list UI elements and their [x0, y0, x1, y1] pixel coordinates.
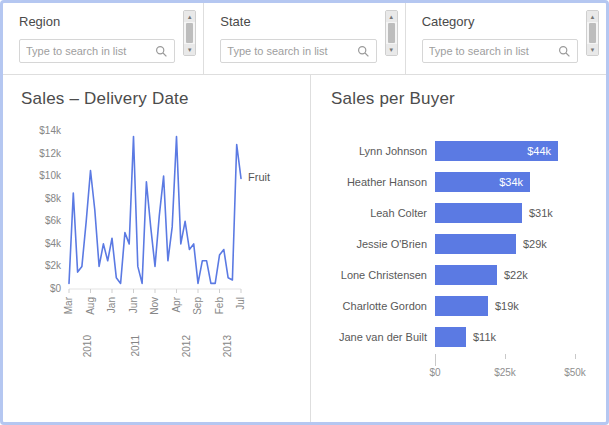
filter-search-input[interactable]: [227, 45, 356, 57]
bar-chart[interactable]: Lynn Johnson$44kHeather Hanson$34kLeah C…: [331, 135, 606, 352]
filter-search: [220, 39, 376, 63]
scroll-down-icon[interactable]: ▼: [587, 44, 598, 55]
bar-value-label: $31k: [529, 207, 553, 219]
bar-track: $22k: [435, 265, 606, 285]
filter-scrollbar[interactable]: ▲ ▼: [183, 10, 196, 56]
x-axis-month-label: Aug: [85, 297, 96, 315]
filter-title: Region: [19, 14, 189, 29]
x-axis-month-label: Sep: [192, 297, 203, 315]
bar-row: Jessie O'Brien$29k: [331, 228, 606, 259]
bar-row: Lone Christensen$22k: [331, 259, 606, 290]
bar-category-label: Lone Christensen: [331, 269, 435, 281]
line-chart-panel: Sales – Delivery Date $0$2k$4k$6k$8k$10k…: [3, 75, 311, 422]
bar-chart-panel: Sales per Buyer Lynn Johnson$44kHeather …: [311, 75, 606, 422]
scroll-thumb[interactable]: [388, 23, 395, 43]
bar-category-label: Heather Hanson: [331, 176, 435, 188]
bar-category-label: Jane van der Built: [331, 331, 435, 343]
filter-row: Region ▲ ▼ State ▲ ▼ Cat: [3, 3, 606, 75]
bar-category-label: Jessie O'Brien: [331, 238, 435, 250]
bar-track: $34k: [435, 172, 606, 192]
x-axis-month-label: Jun: [128, 297, 139, 313]
filter-title: Category: [422, 14, 592, 29]
bar-category-label: Lynn Johnson: [331, 145, 435, 157]
x-axis-month-label: Jul: [235, 297, 246, 310]
filter-search-input[interactable]: [429, 45, 558, 57]
bar[interactable]: [435, 265, 497, 285]
x-axis-tick: [435, 354, 436, 366]
bar[interactable]: [435, 327, 466, 347]
scroll-down-icon[interactable]: ▼: [386, 44, 397, 55]
bar[interactable]: [435, 296, 488, 316]
x-axis-month-label: Nov: [149, 297, 160, 315]
filter-search: [19, 39, 175, 63]
bar[interactable]: $34k: [435, 172, 530, 192]
scroll-thumb[interactable]: [186, 23, 193, 43]
bar-value-label: $34k: [499, 176, 530, 188]
filter-panel-state: State ▲ ▼: [204, 3, 405, 74]
bar-track: $11k: [435, 327, 606, 347]
dashboard-canvas: Region ▲ ▼ State ▲ ▼ Cat: [0, 0, 609, 425]
bar-row: Leah Colter$31k: [331, 197, 606, 228]
bar-track: $44k: [435, 141, 606, 161]
bar-value-label: $22k: [504, 269, 528, 281]
bar-category-label: Leah Colter: [331, 207, 435, 219]
x-axis-tick-label: $25k: [494, 367, 516, 378]
x-axis-year-label: 2013: [222, 335, 233, 358]
filter-panel-category: Category ▲ ▼: [406, 3, 606, 74]
bar-chart-title: Sales per Buyer: [331, 89, 606, 109]
bar-value-label: $11k: [473, 331, 496, 343]
y-axis-label: $2k: [45, 260, 62, 271]
scroll-down-icon[interactable]: ▼: [184, 44, 195, 55]
filter-scrollbar[interactable]: ▲ ▼: [385, 10, 398, 56]
y-axis-label: $12k: [39, 148, 62, 159]
y-axis-label: $0: [50, 283, 62, 294]
x-axis-tick-label: $0: [429, 367, 440, 378]
x-axis-year-label: 2010: [82, 335, 93, 358]
scroll-up-icon[interactable]: ▲: [587, 11, 598, 22]
bar-value-label: $19k: [495, 300, 519, 312]
series-label-fruit: Fruit: [248, 171, 270, 183]
y-axis-label: $10k: [39, 170, 62, 181]
bar[interactable]: $44k: [435, 141, 558, 161]
line-chart-title: Sales – Delivery Date: [21, 89, 310, 109]
y-axis-label: $14k: [39, 125, 62, 136]
charts-row: Sales – Delivery Date $0$2k$4k$6k$8k$10k…: [3, 75, 606, 422]
y-axis-label: $6k: [45, 215, 62, 226]
bar-row: Lynn Johnson$44k: [331, 135, 606, 166]
filter-search: [422, 39, 578, 63]
scroll-thumb[interactable]: [589, 23, 596, 43]
bar-row: Heather Hanson$34k: [331, 166, 606, 197]
x-axis-year-label: 2012: [181, 335, 192, 358]
bar-value-label: $29k: [523, 238, 547, 250]
bar-chart-x-axis: $0$25k$50k: [435, 354, 606, 382]
y-axis-label: $8k: [45, 193, 62, 204]
x-axis-year-label: 2011: [130, 335, 141, 357]
filter-panel-region: Region ▲ ▼: [3, 3, 204, 74]
scroll-up-icon[interactable]: ▲: [184, 11, 195, 22]
bar[interactable]: [435, 203, 522, 223]
scroll-up-icon[interactable]: ▲: [386, 11, 397, 22]
y-axis-label: $4k: [45, 238, 62, 249]
x-axis-tick: [505, 354, 506, 359]
filter-search-input[interactable]: [26, 45, 155, 57]
search-icon: [155, 45, 168, 58]
line-chart[interactable]: $0$2k$4k$6k$8k$10k$12k$14kMarAugJanJunNo…: [21, 117, 286, 367]
x-axis-month-label: Apr: [171, 296, 182, 312]
bar-track: $19k: [435, 296, 606, 316]
x-axis-month-label: Jan: [106, 297, 117, 313]
bar-category-label: Charlotte Gordon: [331, 300, 435, 312]
search-icon: [558, 45, 571, 58]
sales-line-series[interactable]: [69, 137, 241, 284]
filter-title: State: [220, 14, 390, 29]
x-axis-tick-label: $50k: [564, 367, 586, 378]
bar-row: Jane van der Built$11k: [331, 321, 606, 352]
x-axis-month-label: Mar: [63, 296, 74, 314]
x-axis-month-label: Feb: [214, 297, 225, 315]
search-icon: [357, 45, 370, 58]
bar-value-label: $44k: [527, 145, 558, 157]
filter-scrollbar[interactable]: ▲ ▼: [586, 10, 599, 56]
x-axis-tick: [575, 354, 576, 359]
bar-track: $29k: [435, 234, 606, 254]
bar-row: Charlotte Gordon$19k: [331, 290, 606, 321]
bar[interactable]: [435, 234, 516, 254]
